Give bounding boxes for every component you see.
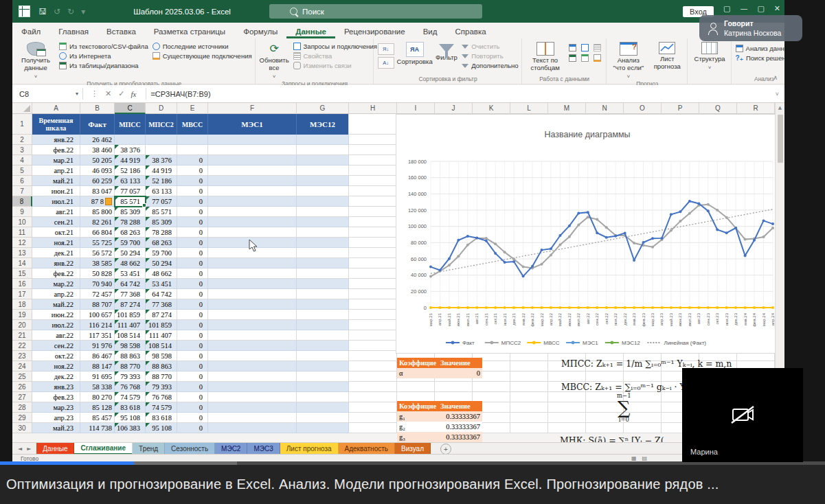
cell-empty[interactable] [510, 392, 548, 402]
cell-mvss[interactable]: 0 [177, 279, 208, 289]
header-timescale[interactable]: Временная шкала [32, 114, 80, 135]
cell-date[interactable]: янв.22 [32, 135, 80, 145]
cell-mpss[interactable]: 53 451 [115, 268, 146, 279]
outline-button[interactable]: Структура˅ [692, 41, 728, 71]
cell-date[interactable]: дек.22 [32, 371, 80, 382]
cell-empty[interactable] [435, 382, 473, 392]
cell-mpss[interactable]: 106 383 [115, 423, 146, 433]
cell-mvss[interactable]: 0 [177, 330, 208, 341]
cell-empty[interactable] [473, 382, 510, 392]
from-web-button[interactable]: Из Интернета [59, 52, 148, 60]
cell-empty[interactable] [548, 413, 586, 423]
cell-mpss2[interactable]: 88 863 [146, 361, 177, 371]
cell-mpss2[interactable]: 79 393 [146, 382, 177, 392]
row-header-18[interactable]: 18 [12, 299, 32, 310]
cell-mvss[interactable]: 0 [177, 371, 208, 382]
cell-mpss[interactable]: 77 057 [115, 186, 146, 196]
filter-button[interactable]: Фильтр [436, 41, 458, 62]
cell-mes12[interactable] [297, 227, 349, 238]
cell-mpss2[interactable]: 85 309 [146, 217, 177, 227]
manage-data-model-icon[interactable] [594, 54, 601, 62]
smart-tag-icon[interactable] [105, 198, 112, 205]
cell-mes12[interactable] [297, 207, 349, 217]
cell-mpss[interactable]: 83 618 [115, 402, 146, 413]
save-icon[interactable]: 🖫 [38, 7, 47, 16]
cell-mpss2[interactable]: 101 859 [146, 320, 177, 330]
cancel-entry-icon[interactable]: ✕ [105, 89, 111, 98]
row-header-30[interactable]: 30 [12, 423, 32, 433]
maximize-icon[interactable]: ▢ [757, 4, 764, 13]
cell-date[interactable]: мар.23 [32, 402, 80, 413]
cell-fact[interactable]: 91 695 [80, 371, 115, 382]
redo-icon[interactable]: ↻ [67, 7, 74, 16]
cell-mpss[interactable]: 85 571 [115, 196, 146, 207]
normal-view-icon[interactable]: ▦ [631, 455, 637, 461]
ribbon-options-icon[interactable]: ▢ [723, 4, 730, 13]
cell-fact[interactable]: 46 093 [80, 165, 115, 176]
cell-empty[interactable] [349, 371, 397, 382]
cell-mpss2[interactable]: 78 288 [146, 227, 177, 238]
from-table-button[interactable]: Из таблицы/диапазона [59, 62, 148, 69]
cell-mpss[interactable]: 59 700 [115, 238, 146, 248]
row-header-11[interactable]: 11 [12, 227, 32, 238]
tab-file[interactable]: Файл [12, 25, 49, 38]
cell-mes12[interactable] [297, 413, 349, 423]
cell-fact[interactable]: 88 707 [80, 299, 115, 310]
what-if-analysis-button[interactable]: ? Анализ "что если"˅ [611, 41, 646, 80]
cell-mpss[interactable]: 95 108 [115, 413, 146, 423]
header-mes1[interactable]: МЭС1 [208, 114, 297, 135]
sheet-nav-right-icon[interactable]: ► [27, 446, 31, 452]
cell-mvss[interactable]: 0 [177, 217, 208, 227]
cell-mes1[interactable] [208, 135, 297, 145]
expand-formula-bar-icon[interactable]: ˅ [776, 91, 779, 98]
new-sheet-button[interactable]: + [440, 444, 451, 455]
cell-mes12[interactable] [297, 289, 349, 299]
cell-fact[interactable]: 56 572 [80, 248, 115, 258]
cell-mes12[interactable] [297, 248, 349, 258]
cell-fact[interactable]: 50 828 [80, 268, 115, 279]
cell-mpss2[interactable]: 83 618 [146, 413, 177, 423]
cell-mes1[interactable] [208, 186, 297, 196]
cell-date[interactable]: май.22 [32, 299, 80, 310]
from-csv-button[interactable]: Из текстового/CSV-файла [59, 43, 148, 50]
cell-mpss[interactable]: 44 919 [115, 155, 146, 165]
cell-date[interactable]: мар.21 [32, 155, 80, 165]
confirm-entry-icon[interactable]: ✓ [118, 89, 124, 98]
cell-mes1[interactable] [208, 402, 297, 413]
cell-mpss2[interactable]: 50 294 [146, 258, 177, 268]
reapply-button[interactable]: Повторить [462, 52, 518, 60]
sort-button[interactable]: ЯА Сортировка [398, 41, 431, 66]
coef-row[interactable]: α0 [397, 368, 482, 378]
forecast-sheet-button[interactable]: Лист прогноза [651, 41, 684, 71]
cell-empty[interactable] [349, 186, 397, 196]
tab-review[interactable]: Рецензирование [335, 25, 414, 38]
cell-empty[interactable] [349, 196, 397, 207]
header-mvss[interactable]: МВСС [177, 114, 208, 135]
cell-empty[interactable] [349, 155, 397, 165]
sort-az-button[interactable]: Я↓ [378, 43, 394, 55]
scroll-up-icon[interactable]: ▲ [778, 105, 782, 111]
cell-empty[interactable] [349, 402, 397, 413]
cell-mes1[interactable] [208, 320, 297, 330]
column-header-Q[interactable]: Q [699, 103, 737, 114]
edit-links-button[interactable]: Изменить связи [293, 62, 377, 69]
formula-text[interactable]: =СРЗНАЧ(B7:B9) [150, 90, 210, 98]
cell-empty[interactable] [349, 145, 397, 155]
cell-mes12[interactable] [297, 135, 349, 145]
sort-za-button[interactable]: А↓ [378, 57, 394, 69]
close-icon[interactable]: ✕ [774, 4, 780, 13]
cell-empty[interactable] [510, 382, 548, 392]
cell-mpss2[interactable]: 87 274 [146, 310, 177, 320]
cell-mpss[interactable]: 74 579 [115, 392, 146, 402]
cell-mes12[interactable] [297, 238, 349, 248]
row-header-19[interactable]: 19 [12, 310, 32, 320]
cell-fact[interactable]: 60 259 [80, 176, 115, 186]
cell-mpss2[interactable]: 68 263 [146, 238, 177, 248]
cell-mvss[interactable]: 0 [177, 196, 208, 207]
participant-video-tile[interactable]: Марина [682, 368, 803, 462]
cell-mes1[interactable] [208, 382, 297, 392]
row-header-5[interactable]: 5 [12, 165, 32, 176]
cell-mes12[interactable] [297, 299, 349, 310]
row-header-23[interactable]: 23 [12, 351, 32, 361]
column-header-P[interactable]: P [662, 103, 699, 114]
